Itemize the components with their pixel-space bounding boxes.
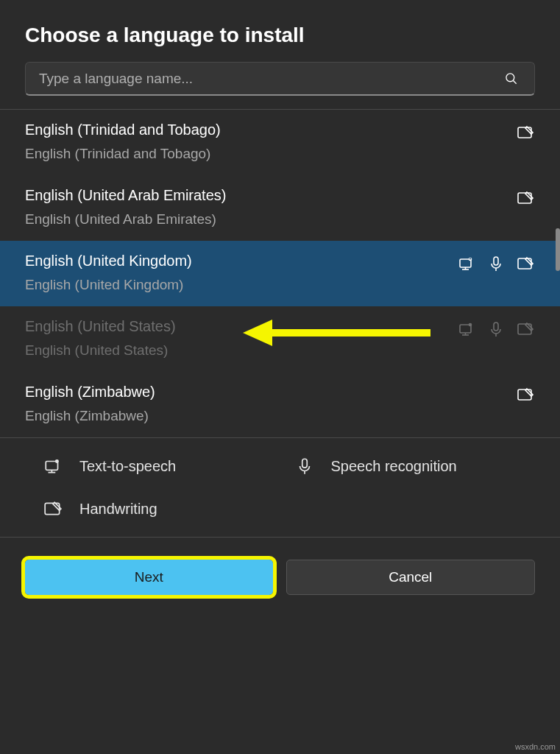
- language-text: English (United States) English (United …: [25, 318, 176, 359]
- language-item-selected[interactable]: English (United Kingdom) English (United…: [0, 241, 560, 306]
- svg-line-1: [514, 80, 517, 83]
- legend-label: Text-to-speech: [79, 458, 176, 475]
- tts-icon: [43, 456, 63, 476]
- handwriting-icon: [516, 254, 535, 273]
- language-secondary: English (Zimbabwe): [25, 408, 155, 424]
- language-primary: English (United States): [25, 318, 176, 335]
- language-primary: English (United Kingdom): [25, 253, 192, 269]
- feature-legend: Text-to-speech Speech recognition Handwr…: [0, 437, 560, 538]
- search-box[interactable]: [25, 62, 535, 96]
- language-list: English (Trinidad and Tobago) English (T…: [0, 110, 560, 437]
- next-button[interactable]: Next: [25, 560, 273, 595]
- language-item[interactable]: English (Zimbabwe) English (Zimbabwe): [0, 372, 560, 437]
- speech-icon: [486, 320, 506, 339]
- scrollbar-thumb[interactable]: [556, 228, 560, 271]
- search-container: [0, 62, 560, 109]
- feature-icons: [516, 121, 535, 142]
- language-secondary: English (Trinidad and Tobago): [25, 146, 221, 162]
- language-text: English (United Kingdom) English (United…: [25, 253, 192, 293]
- tts-icon: [457, 254, 476, 273]
- language-item-disabled: English (United States) English (United …: [0, 306, 560, 372]
- svg-rect-8: [494, 257, 498, 265]
- language-text: English (United Arab Emirates) English (…: [25, 187, 226, 228]
- handwriting-icon: [43, 498, 63, 519]
- dialog-header: Choose a language to install: [0, 0, 560, 62]
- feature-icons: [516, 187, 535, 208]
- speech-icon: [294, 456, 315, 476]
- language-secondary: English (United Kingdom): [25, 277, 192, 293]
- svg-rect-25: [302, 459, 307, 468]
- svg-rect-15: [494, 323, 498, 331]
- svg-point-14: [469, 323, 472, 327]
- handwriting-icon: [516, 123, 535, 142]
- cancel-button[interactable]: Cancel: [286, 560, 536, 595]
- language-item[interactable]: English (United Arab Emirates) English (…: [0, 175, 560, 241]
- tts-icon: [457, 320, 476, 339]
- feature-icons: [457, 318, 535, 339]
- feature-icons: [516, 384, 535, 404]
- search-input[interactable]: [39, 71, 502, 87]
- legend-speech: Speech recognition: [294, 456, 531, 476]
- dialog-buttons: Next Cancel: [0, 538, 560, 602]
- language-item[interactable]: English (Trinidad and Tobago) English (T…: [0, 110, 560, 175]
- handwriting-icon: [516, 188, 535, 208]
- language-primary: English (Trinidad and Tobago): [25, 121, 221, 138]
- legend-label: Speech recognition: [331, 458, 457, 475]
- page-title: Choose a language to install: [25, 24, 535, 47]
- legend-label: Handwriting: [79, 501, 157, 518]
- svg-point-24: [55, 459, 59, 463]
- handwriting-icon: [516, 320, 535, 339]
- language-text: English (Zimbabwe) English (Zimbabwe): [25, 384, 155, 424]
- svg-point-0: [506, 73, 514, 81]
- search-icon: [502, 69, 521, 88]
- language-secondary: English (United Arab Emirates): [25, 211, 226, 228]
- speech-icon: [486, 254, 506, 273]
- handwriting-icon: [516, 385, 535, 404]
- legend-handwriting: Handwriting: [43, 498, 280, 519]
- language-secondary: English (United States): [25, 342, 176, 359]
- watermark: wsxdn.com: [515, 742, 556, 751]
- language-primary: English (Zimbabwe): [25, 384, 155, 401]
- language-text: English (Trinidad and Tobago) English (T…: [25, 121, 221, 162]
- legend-tts: Text-to-speech: [43, 456, 280, 476]
- language-primary: English (United Arab Emirates): [25, 187, 226, 204]
- feature-icons: [457, 253, 535, 273]
